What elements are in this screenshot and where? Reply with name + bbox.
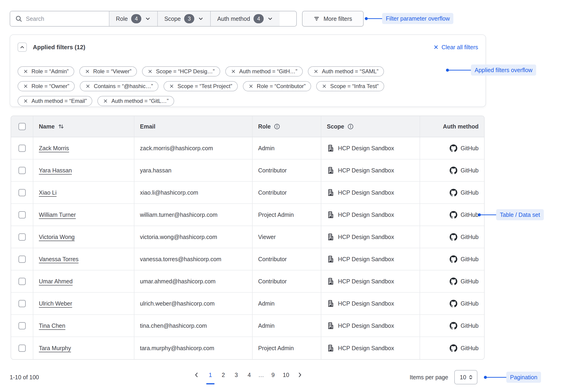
page-button-3[interactable]: 3 <box>231 369 241 384</box>
filter-pill: Contains = “@hashic…” <box>80 81 158 91</box>
select-all-checkbox[interactable] <box>18 123 26 130</box>
filter-pill-label: Scope = “HCP Desig…” <box>156 68 215 75</box>
auth-method-cell: GitHub <box>461 278 479 285</box>
dismiss-filter-button[interactable] <box>103 98 108 104</box>
user-name-link[interactable]: Tina Chen <box>39 322 65 329</box>
filter-pill-label: Role = “Viewer” <box>93 68 132 75</box>
applied-filters-panel: Applied filters (12) Clear all filters R… <box>10 35 486 107</box>
table-row: William Turner william.turner@hashicorp.… <box>11 204 484 226</box>
table-row: Vanessa Torres vanessa.torres@hashicorp.… <box>11 248 484 270</box>
pill-row: Role = “Owner” Contains = “@hashic…” Sco… <box>18 81 384 91</box>
user-name-link[interactable]: William Turner <box>39 211 76 218</box>
items-per-page-select[interactable]: 10 <box>454 370 477 384</box>
github-icon <box>450 211 457 219</box>
page-button-4[interactable]: 4 <box>244 369 254 384</box>
collapse-applied-filters-button[interactable] <box>18 43 27 52</box>
annotation-label: Filter parameter overflow <box>382 13 453 24</box>
scope-cell: HCP Design Sandbox <box>338 189 394 196</box>
user-name-link[interactable]: Umar Ahmed <box>39 278 73 285</box>
auth-method-cell: GitHub <box>461 189 479 196</box>
column-header-auth-method: Auth method <box>420 116 484 137</box>
role-cell: Admin <box>252 315 321 337</box>
email-cell: yara.hassan <box>134 159 252 181</box>
filter-pill-label: Auth method = “GitH…” <box>239 68 297 75</box>
user-name-link[interactable]: Zack Morris <box>39 145 69 152</box>
user-name-link[interactable]: Yara Hassan <box>39 167 72 174</box>
email-cell: william.turner@hashicorp.com <box>134 204 252 226</box>
row-checkbox[interactable] <box>18 256 26 263</box>
filter-pill: Scope = “Test Project” <box>164 81 238 91</box>
filter-pill: Scope = “Infra Test” <box>316 81 384 91</box>
role-cell: Project Admin <box>252 204 321 226</box>
auth-method-cell: GitHub <box>461 322 479 329</box>
annotation-label: Table / Data set <box>496 209 544 220</box>
annotation-line <box>487 377 506 378</box>
user-name-link[interactable]: Victoria Wong <box>39 234 75 240</box>
page-button-9[interactable]: 9 <box>268 369 278 384</box>
github-icon <box>450 233 457 241</box>
row-checkbox[interactable] <box>18 211 26 219</box>
dismiss-filter-button[interactable] <box>148 69 153 74</box>
dismiss-filter-button[interactable] <box>23 98 28 104</box>
dismiss-filter-button[interactable] <box>169 84 174 89</box>
auth-method-filter-dropdown[interactable]: Auth method 4 <box>210 11 280 26</box>
search-input[interactable] <box>26 15 104 22</box>
user-name-link[interactable]: Vanessa Torres <box>39 256 78 263</box>
previous-page-button[interactable] <box>191 369 202 384</box>
dismiss-filter-button[interactable] <box>23 69 28 74</box>
info-icon[interactable] <box>274 123 280 130</box>
next-page-button[interactable] <box>294 369 306 384</box>
row-checkbox[interactable] <box>18 167 26 174</box>
building-icon <box>327 278 334 285</box>
filter-pill-label: Auth method = “SAML” <box>322 68 378 75</box>
role-cell: Admin <box>252 137 321 159</box>
info-icon[interactable] <box>347 123 354 130</box>
dismiss-filter-button[interactable] <box>248 84 254 89</box>
row-checkbox[interactable] <box>18 233 26 241</box>
scope-filter-dropdown[interactable]: Scope 3 <box>157 11 210 26</box>
role-cell: Viewer <box>252 226 321 248</box>
scope-cell: HCP Design Sandbox <box>338 167 394 174</box>
user-name-link[interactable]: Ulrich Weber <box>39 300 72 307</box>
row-checkbox[interactable] <box>18 189 26 196</box>
page-button-2[interactable]: 2 <box>218 369 228 384</box>
row-checkbox[interactable] <box>18 345 26 352</box>
building-icon <box>327 189 334 196</box>
dismiss-filter-button[interactable] <box>85 84 90 89</box>
chevron-down-icon <box>145 16 151 22</box>
search-field[interactable] <box>10 11 109 26</box>
scope-cell: HCP Design Sandbox <box>338 300 394 307</box>
table-row: Tara Murphy tara.murphy@hashicorp.com Pr… <box>11 337 484 359</box>
x-icon <box>23 98 28 104</box>
users-table: Name Email Role Scope Auth method Zack M… <box>11 116 485 360</box>
dismiss-filter-button[interactable] <box>322 84 327 89</box>
annotation-dot <box>365 17 368 20</box>
filter-pill-label: Role = “Admin” <box>31 68 69 75</box>
dismiss-filter-button[interactable] <box>313 69 319 74</box>
filter-pill-label: Scope = “Infra Test” <box>330 83 379 89</box>
role-filter-dropdown[interactable]: Role 4 <box>109 11 157 26</box>
clear-all-filters-button[interactable]: Clear all filters <box>433 44 478 51</box>
email-cell: vanessa.torres@hashicorp.com <box>134 248 252 270</box>
column-header-scope: Scope <box>321 116 420 137</box>
dismiss-filter-button[interactable] <box>231 69 236 74</box>
dismiss-filter-button[interactable] <box>23 84 28 89</box>
filter-pill-label: Role = “Owner” <box>31 83 69 89</box>
dismiss-filter-button[interactable] <box>85 69 90 74</box>
row-checkbox[interactable] <box>18 278 26 285</box>
user-name-link[interactable]: Xiao Li <box>39 189 56 196</box>
email-cell: umar.ahmed@hashicorp.com <box>134 270 252 292</box>
row-checkbox[interactable] <box>18 322 26 329</box>
row-checkbox[interactable] <box>18 300 26 307</box>
github-icon <box>450 344 457 352</box>
more-filters-button[interactable]: More filters <box>302 11 364 26</box>
page-button-10[interactable]: 10 <box>281 369 291 384</box>
row-checkbox[interactable] <box>18 145 26 152</box>
filter-pill-label: Role = “Contributor” <box>257 83 306 89</box>
filter-pill: Auth method = “GitH…” <box>225 66 303 76</box>
page-button-1[interactable]: 1 <box>206 369 215 384</box>
up-down-chevrons-icon <box>468 374 474 380</box>
github-icon <box>450 189 457 196</box>
user-name-link[interactable]: Tara Murphy <box>39 345 71 352</box>
column-header-name[interactable]: Name <box>33 116 134 137</box>
